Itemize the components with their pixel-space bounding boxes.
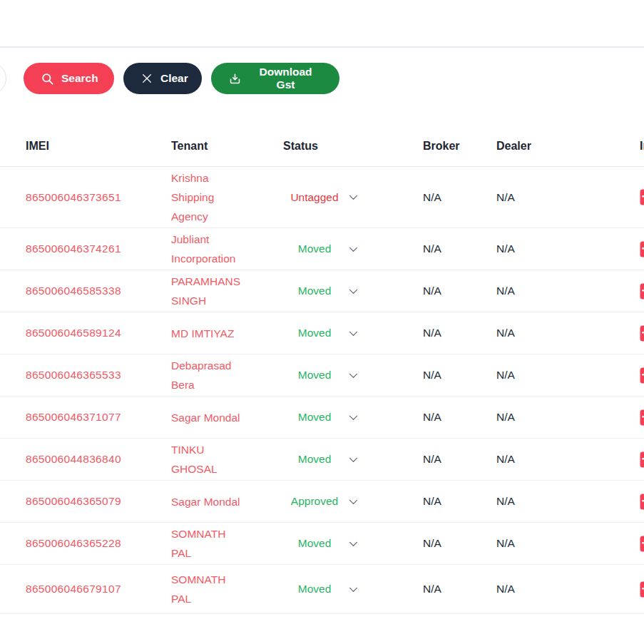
invoice-cell [640, 241, 644, 257]
top-divider-band [0, 0, 644, 48]
imei-cell: 865006046589124 [26, 327, 171, 339]
chevron-down-icon[interactable] [347, 369, 359, 382]
invoice-file-icon[interactable] [640, 409, 644, 426]
chevron-down-icon[interactable] [347, 285, 359, 297]
dealer-cell: N/A [494, 453, 640, 466]
dealer-value: N/A [496, 411, 515, 423]
tenant-link[interactable]: Debaprasad Bera [171, 356, 245, 394]
broker-value: N/A [423, 369, 441, 381]
table-row: 865006046374261 Jubliant Incorporation M… [0, 228, 644, 270]
invoice-file-icon[interactable] [640, 536, 644, 552]
dealer-cell: N/A [494, 369, 640, 382]
chevron-down-icon[interactable] [347, 583, 359, 596]
table-row: 865006046365079 Sagar Mondal Approved N/… [0, 481, 644, 523]
broker-cell: N/A [421, 411, 494, 424]
invoice-file-icon[interactable] [640, 325, 644, 342]
imei-cell: 865006046365533 [26, 369, 171, 382]
close-icon [140, 72, 153, 85]
broker-value: N/A [423, 191, 441, 203]
imei-link[interactable]: 865006046374261 [26, 242, 121, 255]
chevron-down-icon[interactable] [347, 191, 359, 203]
tenant-link[interactable]: MD IMTIYAZ [171, 324, 234, 343]
tenant-link[interactable]: Jubliant Incorporation [171, 230, 245, 268]
table-row: 865006046373651 Krishna Shipping Agency … [0, 167, 644, 228]
download-icon [228, 72, 242, 86]
status-dropdown-value[interactable]: Moved [283, 537, 346, 550]
status-dropdown-value[interactable]: Moved [283, 369, 346, 382]
chevron-down-icon[interactable] [347, 538, 359, 550]
chevron-down-icon[interactable] [347, 454, 359, 466]
table-row: 865006046365228 SOMNATH PAL Moved N/A N/… [0, 523, 644, 565]
dealer-value: N/A [496, 537, 515, 549]
status-dropdown-value[interactable]: Moved [283, 242, 346, 255]
search-button[interactable]: Search [24, 63, 114, 94]
imei-link[interactable]: 865006046365079 [26, 495, 121, 507]
column-header-tenant: Tenant [171, 140, 283, 153]
imei-link[interactable]: 865006046365228 [26, 537, 121, 549]
broker-cell: N/A [421, 453, 494, 466]
tenant-cell: SOMNATH PAL [171, 570, 283, 608]
dealer-value: N/A [496, 191, 515, 203]
status-dropdown-value[interactable]: Untagged [283, 191, 346, 204]
chevron-down-icon[interactable] [347, 412, 359, 424]
table-row: 865006046589124 MD IMTIYAZ Moved N/A N/A [0, 312, 644, 354]
status-dropdown-value[interactable]: Moved [283, 411, 346, 424]
status-dropdown-value[interactable]: Approved [283, 495, 346, 508]
imei-link[interactable]: 865006046373651 [26, 191, 121, 203]
imei-link[interactable]: 865006046679107 [26, 583, 121, 595]
tenant-link[interactable]: TINKU GHOSAL [171, 440, 245, 479]
column-header-imei: IMEI [26, 140, 171, 153]
tenant-link[interactable]: Sagar Mondal [171, 408, 240, 427]
dealer-cell: N/A [494, 537, 640, 550]
chevron-down-icon[interactable] [347, 496, 359, 508]
broker-cell: N/A [421, 242, 494, 255]
imei-cell: 865006046365228 [26, 537, 171, 550]
invoice-file-icon[interactable] [640, 451, 644, 468]
status-dropdown-value[interactable]: Moved [283, 285, 346, 297]
status-dropdown-value[interactable]: Moved [283, 583, 346, 596]
dealer-value: N/A [496, 285, 515, 297]
imei-cell: 865006046679107 [26, 583, 171, 596]
dealer-value: N/A [496, 369, 515, 381]
clear-button-label: Clear [160, 72, 188, 85]
dealer-cell: N/A [494, 495, 640, 508]
partial-input[interactable] [0, 62, 6, 95]
search-icon [41, 72, 54, 86]
invoice-file-icon[interactable] [640, 581, 644, 598]
status-dropdown-value[interactable]: Moved [283, 453, 346, 466]
tenant-link[interactable]: PARAMHANS SINGH [171, 272, 245, 310]
imei-link[interactable]: 865006044836840 [26, 453, 121, 465]
imei-link[interactable]: 865006046365533 [26, 369, 121, 381]
status-cell: Moved [283, 369, 421, 382]
invoice-file-icon[interactable] [640, 241, 644, 257]
chevron-down-icon[interactable] [347, 327, 359, 339]
invoice-cell [640, 325, 644, 342]
invoice-file-icon[interactable] [640, 189, 644, 205]
tenant-link[interactable]: SOMNATH PAL [171, 570, 245, 608]
broker-cell: N/A [421, 285, 494, 297]
download-gst-button-label: Download Gst [249, 66, 322, 91]
column-header-dealer: Dealer [494, 140, 640, 153]
invoice-cell [640, 536, 644, 552]
tenant-link[interactable]: Sagar Mondal [171, 492, 240, 511]
imei-link[interactable]: 865006046371077 [26, 411, 121, 423]
invoice-file-icon[interactable] [640, 367, 644, 384]
invoice-file-icon[interactable] [640, 494, 644, 510]
status-dropdown-value[interactable]: Moved [283, 327, 346, 339]
broker-value: N/A [423, 327, 441, 339]
page: Search Clear Download Gst IMEITenantStat… [0, 0, 644, 644]
imei-link[interactable]: 865006046585338 [26, 285, 121, 297]
status-cell: Approved [283, 495, 421, 508]
download-gst-button[interactable]: Download Gst [211, 63, 339, 94]
tenant-link[interactable]: Krishna Shipping Agency [171, 168, 245, 226]
toolbar: Search Clear Download Gst [0, 62, 644, 95]
table-body: 865006046373651 Krishna Shipping Agency … [0, 167, 644, 614]
tenant-link[interactable]: SOMNATH PAL [171, 524, 245, 563]
chevron-down-icon[interactable] [347, 243, 359, 255]
status-cell: Moved [283, 242, 421, 255]
invoice-cell [640, 409, 644, 426]
clear-button[interactable]: Clear [123, 63, 202, 94]
dealer-cell: N/A [494, 242, 640, 255]
imei-link[interactable]: 865006046589124 [26, 327, 121, 339]
invoice-file-icon[interactable] [640, 283, 644, 300]
